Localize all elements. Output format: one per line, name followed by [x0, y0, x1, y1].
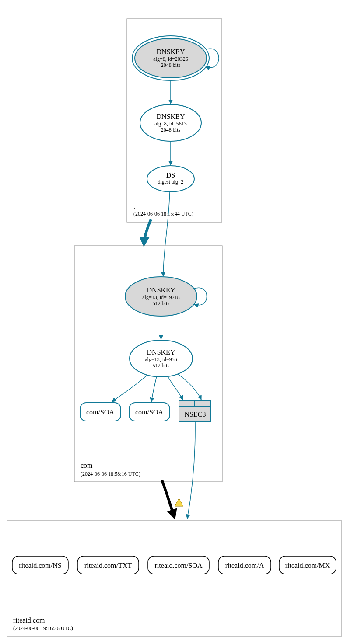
edge-comzsk-nsec3b [178, 374, 201, 400]
svg-text:riteaid.com/NS: riteaid.com/NS [19, 562, 61, 569]
node-riteaid-mx: riteaid.com/MX [279, 556, 336, 574]
svg-text:512 bits: 512 bits [153, 300, 170, 306]
svg-text:DNSKEY: DNSKEY [157, 113, 185, 120]
node-com-soa-2: com/SOA [129, 403, 170, 421]
node-com-nsec3: NSEC3 [179, 400, 211, 421]
zone-timestamp-riteaid: (2024-06-06 19:16:26 UTC) [13, 625, 73, 631]
node-com-soa-1: com/SOA [80, 403, 121, 421]
zone-label-root: . [133, 202, 135, 210]
node-riteaid-ns: riteaid.com/NS [12, 556, 68, 574]
zone-label-com: com [81, 462, 93, 469]
svg-text:NSEC3: NSEC3 [185, 411, 206, 418]
svg-text:digest alg=2: digest alg=2 [158, 179, 183, 185]
svg-text:riteaid.com/A: riteaid.com/A [225, 562, 264, 569]
zone-box-riteaid [7, 520, 341, 637]
zone-label-riteaid: riteaid.com [13, 616, 45, 624]
node-com-ksk: DNSKEY alg=13, id=19718 512 bits [125, 277, 197, 316]
svg-text:DS: DS [166, 171, 175, 179]
svg-text:alg=13, id=956: alg=13, id=956 [145, 356, 177, 362]
edge-com-riteaid-zone [162, 480, 174, 517]
svg-point-29 [179, 505, 179, 505]
svg-text:alg=8, id=5613: alg=8, id=5613 [154, 121, 187, 127]
svg-text:alg=13, id=19718: alg=13, id=19718 [142, 294, 180, 300]
svg-text:riteaid.com/SOA: riteaid.com/SOA [155, 562, 203, 569]
node-riteaid-soa: riteaid.com/SOA [148, 556, 209, 574]
dnssec-diagram: . (2024-06-06 18:15:44 UTC) DNSKEY alg=8… [0, 0, 347, 644]
edge-root-com-zone [144, 219, 151, 244]
svg-text:2048 bits: 2048 bits [161, 62, 181, 68]
node-com-zsk: DNSKEY alg=13, id=956 512 bits [130, 340, 193, 377]
node-riteaid-txt: riteaid.com/TXT [77, 556, 139, 574]
svg-text:riteaid.com/TXT: riteaid.com/TXT [84, 562, 132, 569]
svg-text:DNSKEY: DNSKEY [147, 286, 175, 294]
edge-ds-comksk [163, 192, 170, 276]
edge-comzsk-soa1 [112, 375, 147, 402]
svg-text:2048 bits: 2048 bits [161, 127, 181, 133]
node-riteaid-a: riteaid.com/A [218, 556, 271, 574]
zone-timestamp-root: (2024-06-06 18:15:44 UTC) [133, 211, 193, 217]
warning-icon [175, 498, 183, 506]
svg-text:com/SOA: com/SOA [86, 408, 114, 416]
edge-nsec3-riteaid [187, 421, 195, 519]
svg-text:DNSKEY: DNSKEY [157, 48, 185, 56]
svg-text:com/SOA: com/SOA [135, 408, 163, 416]
zone-timestamp-com: (2024-06-06 18:58:16 UTC) [81, 471, 140, 477]
svg-text:DNSKEY: DNSKEY [147, 348, 175, 356]
node-root-ksk: DNSKEY alg=8, id=20326 2048 bits [132, 36, 209, 80]
node-root-zsk: DNSKEY alg=8, id=5613 2048 bits [140, 104, 201, 141]
edge-comzsk-nsec3a [168, 376, 183, 400]
svg-text:riteaid.com/MX: riteaid.com/MX [285, 562, 330, 569]
edge-comzsk-soa2 [151, 376, 157, 402]
node-root-ds: DS digest alg=2 [147, 166, 194, 192]
svg-text:alg=8, id=20326: alg=8, id=20326 [153, 56, 188, 62]
svg-text:512 bits: 512 bits [153, 362, 170, 369]
